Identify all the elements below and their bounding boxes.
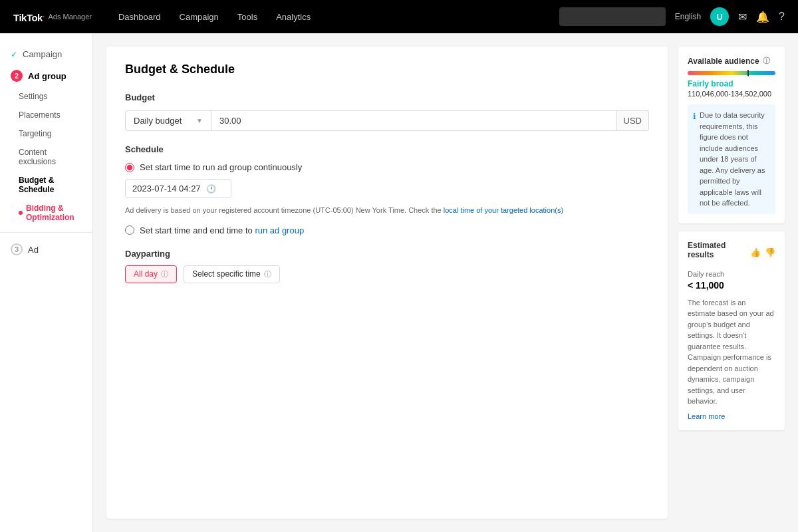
- sidebar-ad-label: Ad: [28, 245, 39, 255]
- language-label: English: [675, 12, 701, 21]
- radio-endtime[interactable]: Set start time and end time to run ad gr…: [125, 225, 649, 235]
- budget-type-label: Daily budget: [134, 116, 182, 126]
- nav-tools[interactable]: Tools: [237, 12, 257, 22]
- budget-label: Budget: [125, 92, 649, 102]
- estimate-header: Estimated results 👍 👎: [688, 241, 775, 265]
- sidebar-item-adgroup[interactable]: 2 Ad group: [0, 65, 92, 87]
- radio-continuous-input[interactable]: [125, 163, 134, 172]
- radio-endtime-label: Set start time and end time to run ad gr…: [140, 225, 304, 235]
- right-panel: Available audience ⓘ Fairly broad 110,04…: [678, 47, 785, 519]
- dayparting-buttons: All day ⓘ Select specific time ⓘ: [125, 265, 649, 283]
- schedule-label: Schedule: [125, 144, 649, 154]
- sidebar-sub-placements[interactable]: Placements: [0, 106, 92, 124]
- form-title: Budget & Schedule: [125, 63, 649, 76]
- audience-note: ℹ Due to data security requirements, thi…: [688, 104, 775, 214]
- daily-reach-value: < 11,000: [688, 280, 775, 291]
- clock-icon: 🕐: [206, 184, 216, 194]
- datetime-input[interactable]: 2023-07-14 04:27 🕐: [125, 179, 231, 198]
- estimate-card: Estimated results 👍 👎 Daily reach < 11,0…: [678, 231, 785, 430]
- check-icon: ✓: [11, 50, 17, 59]
- header-right: English U ✉ 🔔 ?: [559, 7, 785, 26]
- sidebar-divider: [0, 232, 92, 233]
- sidebar-sub-content-exclusions[interactable]: Content exclusions: [0, 143, 92, 171]
- estimate-description: The forecast is an estimate based on you…: [688, 297, 775, 407]
- sidebar-item-campaign[interactable]: ✓ Campaign: [0, 44, 92, 65]
- audience-card-title: Available audience ⓘ: [688, 56, 775, 66]
- top-header: TikTok. Ads Manager Dashboard Campaign T…: [0, 0, 798, 33]
- mail-icon[interactable]: ✉: [738, 11, 747, 23]
- budget-currency: USD: [617, 110, 649, 131]
- form-panel: Budget & Schedule Budget Daily budget ▼ …: [106, 47, 668, 519]
- sidebar: ✓ Campaign 2 Ad group Settings Placement…: [0, 33, 93, 532]
- adgroup-step-badge: 2: [11, 70, 23, 82]
- sidebar-sub-settings[interactable]: Settings: [0, 87, 92, 106]
- note-info-icon: ℹ: [693, 110, 696, 209]
- nav-analytics[interactable]: Analytics: [276, 12, 311, 22]
- sidebar-adgroup-label: Ad group: [28, 71, 66, 81]
- sidebar-campaign-label: Campaign: [23, 49, 62, 59]
- thumbs-down-icon[interactable]: 👎: [765, 247, 775, 257]
- budget-amount-input[interactable]: [211, 110, 617, 131]
- bell-icon[interactable]: 🔔: [756, 11, 769, 23]
- allday-button[interactable]: All day ⓘ: [125, 265, 177, 283]
- ads-manager-label: Ads Manager: [49, 13, 92, 21]
- schedule-section: Schedule Set start time to run ad group …: [125, 144, 649, 235]
- help-icon[interactable]: ?: [779, 11, 785, 23]
- chevron-down-icon: ▼: [196, 117, 203, 124]
- top-nav: Dashboard Campaign Tools Analytics: [118, 12, 559, 22]
- meter-indicator: [747, 70, 749, 76]
- audience-range: 110,046,000-134,502,000: [688, 90, 775, 98]
- bullet-dot: [19, 211, 23, 215]
- logo-area: TikTok. Ads Manager: [13, 11, 92, 23]
- ad-step-badge: 3: [11, 243, 23, 255]
- dayparting-label: Dayparting: [125, 249, 649, 259]
- datetime-row: 2023-07-14 04:27 🕐: [125, 179, 649, 198]
- nav-campaign[interactable]: Campaign: [180, 12, 219, 22]
- audience-breadth-label: Fairly broad: [688, 79, 775, 88]
- specific-info-icon: ⓘ: [264, 269, 271, 279]
- tiktok-logo: TikTok.: [13, 11, 45, 23]
- daily-reach-label: Daily reach: [688, 270, 775, 278]
- radio-continuous[interactable]: Set start time to run ad group continuou…: [125, 162, 649, 172]
- audience-info-icon[interactable]: ⓘ: [763, 56, 770, 66]
- sidebar-sub-bidding[interactable]: Bidding & Optimization: [0, 199, 92, 227]
- main-layout: ✓ Campaign 2 Ad group Settings Placement…: [0, 33, 798, 532]
- dayparting-section: Dayparting All day ⓘ Select specific tim…: [125, 249, 649, 283]
- run-adgroup-link[interactable]: run ad group: [255, 225, 304, 235]
- radio-endtime-input[interactable]: [125, 225, 134, 235]
- thumbs-up-icon[interactable]: 👍: [750, 247, 761, 257]
- radio-continuous-label: Set start time to run ad group continuou…: [140, 162, 302, 172]
- datetime-value: 2023-07-14 04:27: [132, 184, 201, 194]
- avatar: U: [710, 7, 729, 26]
- content-area: Budget & Schedule Budget Daily budget ▼ …: [93, 33, 798, 532]
- specific-time-button[interactable]: Select specific time ⓘ: [184, 265, 280, 283]
- estimate-actions: 👍 👎: [750, 247, 775, 257]
- audience-card: Available audience ⓘ Fairly broad 110,04…: [678, 47, 785, 223]
- sidebar-item-ad[interactable]: 3 Ad: [0, 238, 92, 261]
- timezone-link[interactable]: local time of your targeted location(s): [444, 206, 563, 214]
- timezone-text: Ad delivery is based on your registered …: [125, 205, 649, 216]
- sidebar-sub-targeting[interactable]: Targeting: [0, 124, 92, 143]
- budget-type-select[interactable]: Daily budget ▼: [125, 110, 211, 131]
- estimate-card-title: Estimated results: [688, 241, 750, 259]
- allday-info-icon: ⓘ: [161, 269, 168, 279]
- sidebar-sub-budget-schedule[interactable]: Budget & Schedule: [0, 171, 92, 199]
- learn-more-link[interactable]: Learn more: [688, 412, 725, 420]
- search-input[interactable]: [559, 7, 666, 26]
- audience-meter: [688, 71, 775, 75]
- nav-dashboard[interactable]: Dashboard: [118, 12, 161, 22]
- budget-row: Daily budget ▼ USD: [125, 110, 649, 131]
